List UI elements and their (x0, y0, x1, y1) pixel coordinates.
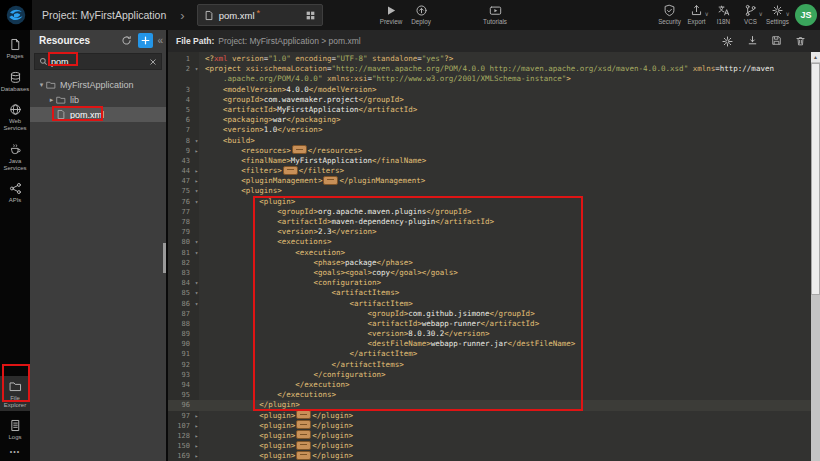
code-line-44[interactable]: 44▸ <filters></filters> (168, 166, 811, 176)
tree-item-pom-xml[interactable]: pom.xml (30, 107, 166, 122)
sidebar-item-file-explorer[interactable]: File Explorer (0, 376, 30, 411)
code-line-3[interactable]: 3 <modelVersion>4.0.0</modelVersion> (168, 85, 811, 95)
code-line-47[interactable]: 47▸ <pluginManagement></pluginManagement… (168, 176, 811, 186)
tutorials-button[interactable]: Tutorials (480, 3, 510, 25)
fold-open-icon[interactable]: ▾ (192, 186, 201, 196)
code-line-wrap[interactable]: .apache.org/POM/4.0.0" xmlns:xsi="http:/… (168, 74, 811, 84)
save-icon[interactable] (771, 35, 782, 48)
scrollbar-thumb[interactable] (811, 63, 820, 295)
folded-code-badge[interactable] (296, 451, 311, 460)
code-line-85[interactable]: 85▾ <artifactItems> (168, 288, 811, 298)
code-line-93[interactable]: 93 </configuration> (168, 370, 811, 380)
fold-closed-icon[interactable]: ▸ (192, 411, 201, 421)
fold-closed-icon[interactable]: ▸ (192, 451, 201, 461)
code-line-94[interactable]: 94 </execution> (168, 380, 811, 390)
fold-open-icon[interactable]: ▾ (192, 64, 201, 74)
project-name[interactable]: Project: MyFirstApplication (42, 9, 166, 21)
delete-icon[interactable] (795, 35, 806, 48)
fold-closed-icon[interactable]: ▸ (192, 431, 201, 441)
tree-item-lib[interactable]: ▸lib (30, 92, 166, 107)
tree-item-myfirstapplication[interactable]: ▾MyFirstApplication (30, 77, 166, 92)
code-line-7[interactable]: 7 <version>1.0</version> (168, 125, 811, 135)
sidebar-item-apis[interactable]: APIs (0, 178, 30, 207)
code-line-83[interactable]: 83 <goals><goal>copy</goal></goals> (168, 268, 811, 278)
download-icon[interactable] (747, 35, 758, 48)
tab-pom-xml[interactable]: pom.xml * (197, 4, 323, 26)
preview-button[interactable]: Preview (376, 3, 406, 25)
folded-code-badge[interactable] (292, 145, 307, 154)
code-line-107[interactable]: 107▸ <plugin></plugin> (168, 421, 811, 431)
code-line-90[interactable]: 90 <destFileName>webapp-runner.jar</dest… (168, 339, 811, 349)
code-line-150[interactable]: 150▸ <plugin></plugin> (168, 441, 811, 451)
app-logo[interactable] (0, 0, 32, 30)
code-area[interactable]: 1<?xml version="1.0" encoding="UTF-8" st… (168, 52, 811, 461)
caret-open-icon[interactable]: ▾ (37, 81, 46, 89)
fold-open-icon[interactable]: ▾ (192, 299, 201, 309)
folded-code-badge[interactable] (296, 430, 311, 439)
fold-open-icon[interactable]: ▾ (192, 136, 201, 146)
sidebar-item-web-services[interactable]: Web Services (0, 99, 30, 134)
settings-icon[interactable] (721, 35, 734, 48)
settings-button[interactable]: ∨Settings (764, 3, 791, 25)
fold-closed-icon[interactable]: ▸ (192, 166, 201, 176)
chevron-down-icon[interactable]: ∨ (705, 11, 709, 17)
code-line-5[interactable]: 5 <artifactId>MyFirstApplication</artifa… (168, 105, 811, 115)
resources-search-input[interactable]: pom (34, 53, 162, 70)
folded-code-badge[interactable] (296, 420, 311, 429)
code-line-87[interactable]: 87 <groupId>com.github.jsimone</groupId> (168, 309, 811, 319)
panel-resize-handle[interactable] (163, 243, 166, 273)
code-line-95[interactable]: 95 </executions> (168, 390, 811, 400)
i18n-button[interactable]: I18N (710, 3, 737, 25)
code-line-2[interactable]: 2▾<project xsi:schemaLocation="http://ma… (168, 64, 811, 74)
fold-closed-icon[interactable]: ▸ (192, 176, 201, 186)
editor-scrollbar[interactable]: ▲ (811, 52, 820, 461)
more-options-button[interactable]: ••• (10, 448, 20, 455)
folded-code-badge[interactable] (323, 176, 338, 185)
fold-closed-icon[interactable]: ▸ (192, 146, 201, 156)
folded-code-badge[interactable] (283, 166, 298, 175)
chevron-down-icon[interactable]: ∨ (759, 11, 763, 17)
code-line-81[interactable]: 81▾ <execution> (168, 248, 811, 258)
fold-open-icon[interactable]: ▾ (192, 237, 201, 247)
code-line-43[interactable]: 43 <finalName>MyFirstApplication</finalN… (168, 156, 811, 166)
export-button[interactable]: ∨Export (683, 3, 710, 25)
fold-open-icon[interactable]: ▾ (192, 248, 201, 258)
security-button[interactable]: Security (656, 3, 683, 25)
code-line-77[interactable]: 77 <groupId>org.apache.maven.plugins</gr… (168, 207, 811, 217)
code-line-88[interactable]: 88 <artifactId>webapp-runner</artifactId… (168, 319, 811, 329)
sidebar-item-databases[interactable]: Databases (0, 67, 30, 96)
code-line-4[interactable]: 4 <groupId>com.wavemaker.project</groupI… (168, 95, 811, 105)
code-line-84[interactable]: 84▾ <configuration> (168, 278, 811, 288)
grid-view-icon[interactable] (305, 10, 316, 21)
sidebar-item-logs[interactable]: Logs (0, 415, 30, 444)
code-line-89[interactable]: 89 <version>8.0.30.2</version> (168, 329, 811, 339)
fold-open-icon[interactable]: ▾ (192, 288, 201, 298)
code-line-97[interactable]: 97▸ <plugin></plugin> (168, 411, 811, 421)
fold-open-icon[interactable]: ▾ (192, 197, 201, 207)
code-line-92[interactable]: 92 </artifactItems> (168, 360, 811, 370)
code-line-96[interactable]: 96 </plugin> (168, 400, 811, 410)
code-line-9[interactable]: 9▸ <resources></resources> (168, 146, 811, 156)
code-line-8[interactable]: 8▾ <build> (168, 136, 811, 146)
collapse-panel-icon[interactable]: « (157, 36, 163, 46)
fold-closed-icon[interactable]: ▸ (192, 421, 201, 431)
clear-search-icon[interactable] (149, 58, 157, 66)
folded-code-badge[interactable] (296, 441, 311, 450)
code-line-169[interactable]: 169▸ <plugin></plugin> (168, 451, 811, 461)
chevron-down-icon[interactable]: ∨ (786, 11, 790, 17)
fold-open-icon[interactable]: ▾ (192, 278, 201, 288)
code-line-91[interactable]: 91 </artifactItem> (168, 349, 811, 359)
add-resource-button[interactable] (138, 33, 153, 48)
refresh-icon[interactable] (121, 35, 132, 46)
folded-code-badge[interactable] (296, 410, 311, 419)
code-line-6[interactable]: 6 <packaging>war</packaging> (168, 115, 811, 125)
sidebar-item-java-services[interactable]: Java Services (0, 139, 30, 174)
code-line-79[interactable]: 79 <version>2.3</version> (168, 227, 811, 237)
fold-closed-icon[interactable]: ▸ (192, 441, 201, 451)
deploy-button[interactable]: Deploy (406, 3, 436, 25)
user-avatar[interactable]: JS (795, 4, 817, 26)
code-line-1[interactable]: 1<?xml version="1.0" encoding="UTF-8" st… (168, 54, 811, 64)
code-line-78[interactable]: 78 <artifactId>maven-dependency-plugin</… (168, 217, 811, 227)
code-line-82[interactable]: 82 <phase>package</phase> (168, 258, 811, 268)
sidebar-item-pages[interactable]: Pages (0, 34, 30, 63)
